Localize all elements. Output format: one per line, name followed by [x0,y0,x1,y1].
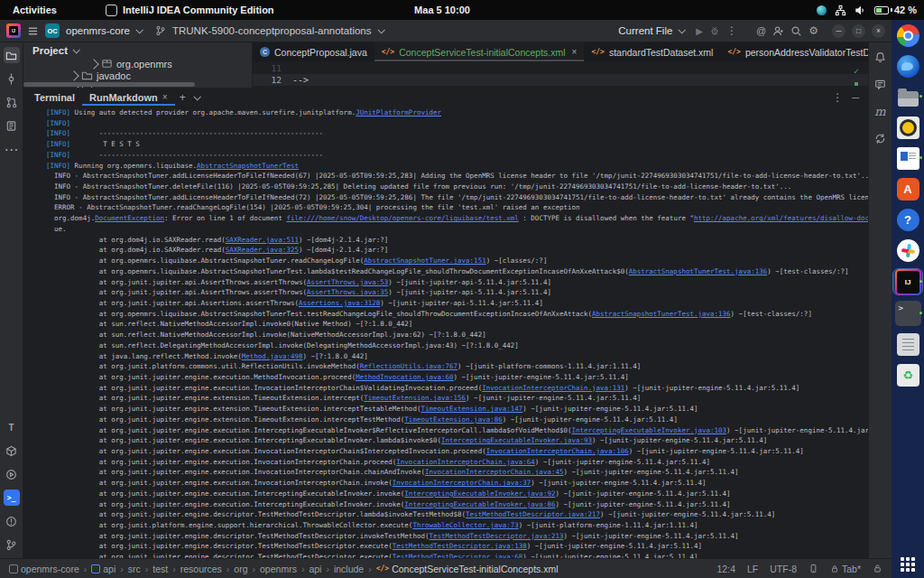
more-actions-kebab-icon[interactable]: ⋮ [726,25,737,36]
log-link[interactable]: InterceptingExecutableInvoker.java:93 [441,436,592,444]
maven-icon[interactable]: m [873,103,889,119]
log-link[interactable]: InvocationInterceptorChain.java:45 [425,468,564,476]
terminal-icon[interactable]: >_ [4,489,20,506]
minimize-button[interactable]: ─ [832,24,845,38]
log-link[interactable]: InvocationInterceptorChain.java:106 [486,447,629,455]
log-link[interactable]: TestMethodTestDescriptor.java:213 [429,532,563,540]
dock-terminal-icon[interactable]: > [893,301,922,326]
indent-setting[interactable]: Tab* [842,564,861,574]
project-tree-item[interactable]: javadoc [23,70,252,81]
log-link[interactable]: TimeoutExtension.java:86 [404,415,502,424]
caret-position[interactable]: 12:4 [717,564,735,574]
log-link[interactable]: TimeoutExtension.java:156 [364,394,466,402]
breadcrumb-item[interactable]: api [91,564,116,574]
editor-tab[interactable]: </>standardTestDataset.xml [584,42,720,61]
log-link[interactable]: InvocationInterceptorChain.java:131 [482,384,624,392]
chat-icon[interactable] [873,76,889,92]
notifications-bell-icon[interactable] [873,49,889,65]
run-configuration-selector[interactable]: Current File [618,25,672,36]
log-link[interactable]: AbstractSnapshotTunerTest.java:136 [629,267,768,275]
network-tree-icon[interactable] [835,5,846,16]
file-encoding[interactable]: UTF-8 [770,564,797,574]
settings-gear-icon[interactable]: ⚙ [808,24,818,37]
phone-icon[interactable] [808,564,818,573]
unlock-open-icon[interactable] [873,564,882,573]
main-menu-hamburger-icon[interactable] [27,25,39,37]
terminal-tab[interactable]: RunMarkdown× [82,89,175,106]
log-link[interactable]: AbstractSnapshotTuner.java:151 [364,256,485,265]
log-link[interactable]: InvocationInterceptorChain.java:64 [396,458,535,466]
log-link[interactable]: TestMethodTestDescriptor.java:217 [466,510,600,518]
breadcrumb-item[interactable]: openmrs [260,564,297,574]
log-link[interactable]: JUnitPlatformProvider [356,108,441,117]
editor-body[interactable]: 1112-->13<dataset> ✓ [253,62,868,88]
branch-selector[interactable]: TRUNK-5900-conceptproposal-annotations [172,25,372,36]
close-tab-icon[interactable]: × [572,47,578,57]
battery-indicator[interactable]: 42 % [874,5,917,15]
log-link[interactable]: ReflectionUtils.java:767 [360,362,457,370]
dock-trash-icon[interactable]: ♻ [893,362,922,387]
volume-icon[interactable] [855,5,866,16]
activities-button[interactable]: Activities [0,5,69,15]
log-link[interactable]: Method.java:498 [242,352,303,360]
breadcrumb-item[interactable]: test [152,564,168,574]
project-selector[interactable]: openmrs-core [66,25,130,36]
log-link[interactable]: DocumentException [95,214,164,222]
todo-icon[interactable]: T [4,419,20,435]
at-sign-icon[interactable]: @ [756,25,766,36]
breadcrumb-item[interactable]: </>ConceptServiceTest-initialConcepts.xm… [376,564,559,574]
project-tree-item[interactable]: org.openmrs [23,58,252,70]
add-user-icon[interactable] [772,25,784,37]
show-apps-grid-icon[interactable] [900,556,916,573]
build-icon[interactable] [4,443,20,459]
breadcrumb-item[interactable]: include [334,564,364,574]
chevron-down-icon[interactable] [193,93,200,100]
editor-line[interactable]: 13<dataset> [253,86,868,88]
log-link[interactable]: Assertions.java:3128 [299,299,380,307]
terminal-tab[interactable]: Terminal [27,89,82,106]
log-link[interactable]: AssertThrows.java:35 [307,288,388,296]
system-tray[interactable]: 42 % [817,5,924,16]
search-icon[interactable] [790,25,802,37]
editor-tab[interactable]: </>personAddressValidatorTestDataset.xml [720,42,868,61]
indicator-dot-icon[interactable] [817,5,827,15]
close-tab-icon[interactable]: × [162,92,168,102]
commit-icon[interactable] [4,70,20,87]
more-icon[interactable]: ⋯ [4,141,20,157]
terminal-log[interactable]: [INFO] Using auto detected provider org.… [23,106,868,558]
settings-sync-icon[interactable] [873,130,889,146]
line-separator[interactable]: LF [747,564,758,574]
dock-intellij-icon[interactable]: IJ [892,268,923,295]
breadcrumb-item[interactable]: resources [180,564,222,574]
editor-line[interactable]: 11 [253,62,868,74]
breadcrumb-item[interactable]: org [234,564,247,574]
log-link[interactable]: file:///home/snow/Desktop/openmrs-core/l… [286,214,518,222]
breadcrumb-item[interactable]: src [128,564,141,574]
close-button[interactable]: × [872,24,885,38]
add-terminal-tab-button[interactable]: + [175,91,190,104]
problems-icon[interactable] [4,513,20,529]
dock-rhythmbox-icon[interactable] [893,115,922,140]
pull-requests-icon[interactable] [4,94,20,110]
log-link[interactable]: http://apache.org/xml/features/disallow-… [694,214,868,222]
log-link[interactable]: ThrowableCollector.java:73 [412,521,518,529]
log-link[interactable]: AbstractSnapshotTunerTest [197,162,299,170]
dock-slack-icon[interactable] [893,238,922,263]
project-horizontal-scrollbar[interactable] [23,82,195,87]
project-panel-title[interactable]: Project [32,45,68,56]
dock-help-icon[interactable]: ? [893,207,922,232]
editor-tab[interactable]: CConceptProposal.java [253,42,374,61]
editor-line[interactable]: 12--> [253,74,868,86]
dock-files-icon[interactable] [893,84,922,109]
log-link[interactable]: TimeoutExtension.java:147 [420,405,522,413]
log-link[interactable]: AbstractSnapshotTunerTest.java:136 [592,310,731,318]
breadcrumb-item[interactable]: openmrs-core [9,564,79,574]
inspection-status[interactable]: ✓ [854,64,859,86]
log-link[interactable]: InterceptingExecutableInvoker.java:92 [404,489,555,498]
git-icon[interactable] [4,536,20,553]
breadcrumb-item[interactable]: api [309,564,321,574]
run-icon[interactable] [4,466,20,482]
dock-chrome-icon[interactable] [893,23,922,48]
dock-thunderbird-icon[interactable] [893,53,922,79]
notebook-icon[interactable] [4,117,20,134]
